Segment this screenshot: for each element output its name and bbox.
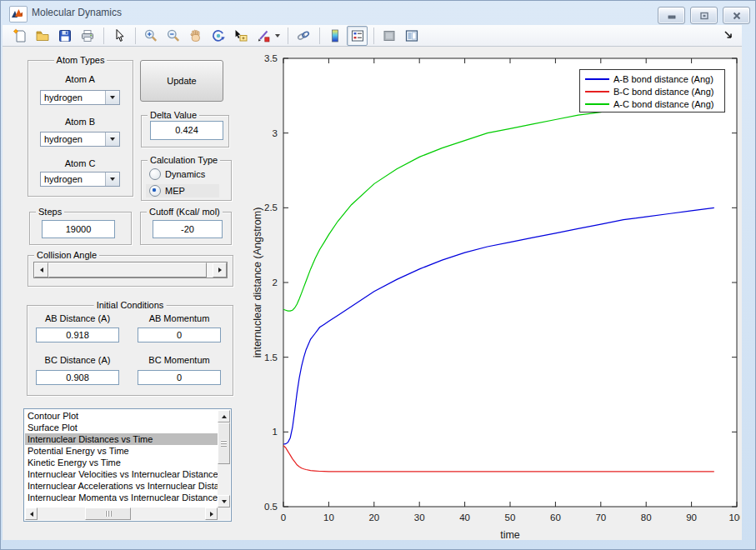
legend-label: B-C bond distance (Ang) (613, 87, 713, 97)
bc-distance-field[interactable]: 0.908 (36, 370, 119, 385)
edit-pointer-icon[interactable] (108, 26, 129, 46)
save-figure-icon[interactable] (54, 26, 75, 46)
restore-button[interactable] (690, 7, 718, 24)
radio-dynamics[interactable]: Dynamics (146, 168, 208, 181)
toolbar-separator (373, 28, 374, 44)
titlebar[interactable]: Molecular Dynamics (0, 0, 756, 25)
new-figure-icon[interactable] (9, 26, 30, 46)
list-item[interactable]: Kinetic Energy vs Time (25, 457, 218, 468)
x-tick-label: 30 (414, 512, 425, 522)
show-plot-tools-icon[interactable] (401, 26, 422, 46)
brush-dropdown-icon[interactable] (275, 34, 280, 38)
vertical-scroll-thumb[interactable] (218, 422, 230, 464)
y-tick-label: 3 (273, 128, 278, 138)
horizontal-scroll-thumb[interactable] (85, 508, 131, 520)
atom-c-dropdown[interactable]: hydrogen (40, 172, 120, 187)
pan-hand-icon[interactable] (185, 26, 206, 46)
y-tick-label: 2 (273, 278, 278, 288)
x-tick-label: 50 (505, 512, 516, 522)
cutoff-field[interactable]: -20 (153, 220, 223, 238)
dropdown-arrow-icon (105, 172, 119, 186)
axes-box (283, 58, 737, 507)
delta-value-title: Delta Value (148, 110, 199, 120)
client-area: Atom Types Atom A hydrogen Atom B hydrog… (3, 47, 742, 540)
scroll-left-arrow[interactable] (25, 508, 38, 520)
open-file-icon[interactable] (32, 26, 53, 46)
list-item[interactable]: Internuclear Momenta vs Internuclear Dis… (25, 492, 218, 503)
legend-label: A-C bond distance (Ang) (613, 99, 713, 109)
x-tick-label: 60 (550, 512, 561, 522)
steps-title: Steps (36, 207, 64, 217)
hide-plot-tools-icon[interactable] (378, 26, 399, 46)
horizontal-scrollbar[interactable] (25, 508, 218, 520)
x-tick-label: 80 (641, 512, 652, 522)
zoom-in-icon[interactable] (140, 26, 161, 46)
brush-data-icon[interactable] (253, 26, 273, 46)
bc-momentum-label: BC Momentum (138, 355, 221, 365)
legend-icon[interactable] (347, 26, 368, 46)
y-tick-label: 1.5 (264, 352, 278, 362)
radio-icon (149, 168, 161, 180)
collision-angle-slider[interactable] (33, 262, 228, 278)
link-plot-icon[interactable] (293, 26, 313, 46)
radio-mep[interactable]: MEP (146, 184, 219, 198)
vertical-scrollbar[interactable] (218, 410, 230, 508)
data-cursor-icon[interactable] (230, 26, 251, 46)
list-item[interactable]: Internuclear Distances vs Time (25, 433, 218, 445)
radio-mep-label: MEP (165, 186, 185, 196)
dock-figure-icon[interactable] (722, 28, 735, 42)
slider-left-arrow[interactable] (34, 262, 48, 278)
minimize-button[interactable] (658, 7, 685, 24)
ab-momentum-field[interactable]: 0 (138, 328, 221, 342)
dropdown-arrow-icon (105, 91, 119, 104)
slider-right-arrow[interactable] (213, 262, 227, 278)
x-tick-label: 40 (459, 512, 470, 522)
plot-axes[interactable]: 01020304050607080901000.511.522.533.5tim… (250, 50, 740, 547)
list-item[interactable]: Internuclear Velocities vs Internuclear … (25, 468, 218, 480)
list-item[interactable]: Potential Energy vs Time (25, 445, 218, 457)
close-button[interactable] (723, 7, 750, 24)
y-tick-label: 0.5 (264, 502, 278, 512)
zoom-out-icon[interactable] (163, 26, 183, 46)
list-item[interactable]: Internuclear Accelerations vs Internucle… (25, 480, 218, 492)
toolbar-separator (319, 28, 320, 44)
ab-distance-field[interactable]: 0.918 (36, 328, 119, 342)
atom-types-title: Atom Types (54, 55, 108, 65)
update-button[interactable]: Update (140, 60, 223, 102)
scroll-up-arrow[interactable] (218, 410, 230, 422)
window-title: Molecular Dynamics (32, 7, 122, 18)
screen: Molecular Dynamics (0, 0, 756, 550)
ab-momentum-label: AB Momentum (138, 313, 221, 323)
delta-value-field[interactable]: 0.424 (150, 121, 223, 140)
ab-distance-label: AB Distance (A) (36, 313, 119, 323)
x-tick-label: 100 (728, 512, 740, 522)
atom-b-dropdown[interactable]: hydrogen (40, 132, 120, 147)
x-tick-label: 10 (323, 512, 334, 522)
legend-line-sample (585, 103, 609, 105)
steps-field[interactable]: 19000 (42, 220, 115, 238)
initial-conditions-title: Initial Conditions (94, 300, 167, 310)
x-tick-label: 0 (281, 512, 286, 522)
plot-type-items: Contour Plot Surface Plot Internuclear D… (25, 410, 218, 508)
bc-momentum-field[interactable]: 0 (138, 370, 221, 385)
atom-a-dropdown[interactable]: hydrogen (40, 90, 120, 105)
scroll-right-arrow[interactable] (205, 508, 218, 520)
scroll-down-arrow[interactable] (218, 495, 230, 508)
list-item[interactable]: Contour Plot (25, 410, 218, 422)
legend-entry: B-C bond distance (Ang) (580, 85, 724, 98)
legend-label: A-B bond distance (Ang) (613, 74, 713, 84)
list-item[interactable]: Surface Plot (25, 422, 218, 433)
rotate-3d-icon[interactable] (208, 26, 228, 46)
x-tick-label: 20 (368, 512, 379, 522)
plot-legend[interactable]: A-B bond distance (Ang) B-C bond distanc… (579, 69, 725, 112)
atom-a-value: hydrogen (44, 92, 83, 102)
x-axis-label: time (500, 529, 520, 541)
toolbar-separator (288, 28, 288, 44)
y-axis-label: internuclear distance (Angstrom) (252, 208, 263, 358)
y-tick-label: 2.5 (264, 202, 278, 212)
colorbar-icon[interactable] (324, 26, 345, 46)
plot-area[interactable]: 01020304050607080901000.511.522.533.5tim… (250, 50, 740, 547)
cutoff-title: Cutoff (Kcal/ mol) (147, 207, 223, 217)
print-figure-icon[interactable] (77, 26, 98, 46)
slider-thumb[interactable] (48, 262, 207, 278)
